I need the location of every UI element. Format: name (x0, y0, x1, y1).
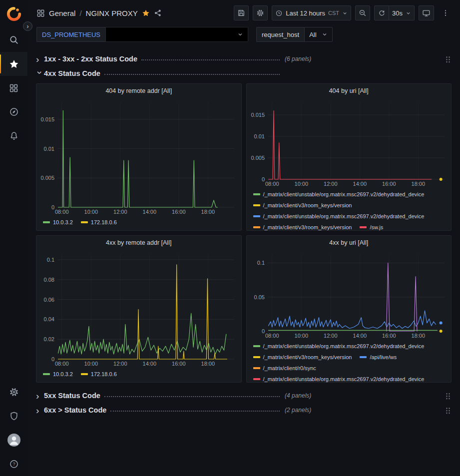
svg-text:14:00: 14:00 (143, 209, 157, 215)
legend-item[interactable]: /sw.js (360, 222, 383, 230)
sidebar-expand-button[interactable]: › (23, 21, 32, 31)
panel-title[interactable]: 404 by uri [All] (247, 84, 452, 98)
dashboard-settings-button[interactable] (253, 5, 268, 20)
chart-404-by-remote-addr[interactable]: 08:0010:0012:0014:0016:0018:0000.0050.01… (36, 98, 241, 216)
chevron-down-icon (237, 31, 243, 37)
legend-swatch (81, 373, 88, 375)
sidebar-item-explore[interactable] (0, 100, 27, 124)
legend-item[interactable]: /_matrix/client/unstable/org.matrix.msc2… (253, 189, 425, 199)
svg-text:08:00: 08:00 (55, 361, 69, 367)
legend-swatch (360, 226, 367, 228)
variable-request-host: request_host All (256, 27, 333, 42)
dashboard-row-1xx-3xx-2xx[interactable]: › 1xx - 3xx - 2xx Status Code (6 panels) (36, 52, 452, 65)
chart-404-by-uri[interactable]: 08:0010:0012:0014:0016:0018:0000.0050.01… (247, 98, 452, 188)
legend-swatch (253, 345, 260, 347)
svg-text:0.04: 0.04 (44, 316, 54, 322)
dashboard-scroll-area: › 1xx - 3xx - 2xx Status Code (6 panels)… (27, 47, 460, 476)
row-drag-handle[interactable] (446, 407, 451, 414)
panel-4xx-by-remote-addr: 4xx by remote addr [All] 08:0010:0012:00… (36, 235, 242, 383)
sidebar-item-help[interactable]: ? (0, 452, 27, 476)
sidebar-item-profile[interactable] (0, 428, 27, 452)
dotted-leader (141, 59, 280, 60)
zoom-out-button[interactable] (355, 5, 370, 20)
svg-text:14:00: 14:00 (143, 361, 157, 367)
variable-ds-prometheus: DS_PROMETHEUS (36, 27, 248, 42)
chart-4xx-by-remote-addr[interactable]: 08:0010:0012:0014:0016:0018:0000.020.040… (36, 250, 241, 368)
refresh-button[interactable] (374, 5, 389, 20)
chevron-right-icon: › (36, 391, 44, 401)
legend-swatch (253, 356, 260, 358)
legend-label: /_matrix/client/unstable/org.matrix.msc2… (263, 341, 425, 351)
svg-text:10:00: 10:00 (294, 181, 308, 187)
dashboard-row-5xx[interactable]: › 5xx Status Code (4 panels) (36, 389, 452, 402)
legend-item[interactable]: 172.18.0.6 (81, 369, 117, 379)
legend-item[interactable]: 172.18.0.6 (81, 217, 117, 227)
svg-text:0.1: 0.1 (47, 257, 54, 263)
legend-item[interactable]: 10.0.3.2 (43, 369, 73, 379)
main-area: General / NGINX PROXY (27, 0, 460, 476)
gear-icon (9, 387, 19, 397)
panel-title[interactable]: 404 by remote addr [All] (36, 84, 241, 98)
legend-label: 172.18.0.6 (91, 369, 117, 379)
panel-title[interactable]: 4xx by uri [All] (247, 236, 452, 250)
legend-swatch (253, 367, 260, 369)
dashboard-row-6xx[interactable]: › 6xx > Status Code (2 panels) (36, 404, 452, 417)
svg-text:10:00: 10:00 (84, 209, 98, 215)
sidebar-item-starred[interactable] (0, 52, 27, 76)
chevron-down-icon: › (35, 71, 45, 79)
dotted-leader (104, 396, 280, 397)
legend-label: /_matrix/client/v3/room_keys/version (263, 200, 352, 210)
sidebar-item-search[interactable] (0, 28, 27, 52)
legend-item[interactable]: 10.0.3.2 (43, 217, 73, 227)
legend-label: /_matrix/client/v3/room_keys/version (263, 222, 352, 230)
legend-item[interactable]: /api/live/ws (360, 352, 397, 362)
variable-value-ds-prometheus[interactable] (105, 27, 248, 42)
legend-item[interactable]: /_matrix/client/v3/room_keys/version (253, 352, 352, 362)
time-range-picker[interactable]: Last 12 hours CST (272, 5, 351, 20)
legend: 10.0.3.2 172.18.0.6 (36, 368, 241, 382)
panel-4xx-by-uri: 4xx by uri [All] 08:0010:0012:0014:0016:… (246, 235, 452, 383)
chart-4xx-by-uri[interactable]: 08:0010:0012:0014:0016:0018:0000.050.1 (247, 250, 452, 340)
breadcrumb-dashboard-title[interactable]: NGINX PROXY (86, 9, 138, 17)
row-drag-handle[interactable] (446, 392, 451, 400)
legend-item[interactable]: /_matrix/client/unstable/org.matrix.msc2… (253, 211, 425, 221)
dotted-leader (110, 411, 280, 412)
variable-value-request-host[interactable]: All (304, 27, 332, 42)
breadcrumb-folder[interactable]: General (49, 9, 75, 17)
legend-item[interactable]: /_matrix/client/v3/room_keys/version (253, 200, 352, 210)
panel-title[interactable]: 4xx by remote addr [All] (36, 236, 241, 250)
legend: 10.0.3.2 172.18.0.6 (36, 216, 241, 230)
more-options-button[interactable] (438, 5, 453, 20)
sidebar-item-alerting[interactable] (0, 124, 27, 148)
svg-text:0.005: 0.005 (251, 155, 265, 161)
sidebar-item-server-admin[interactable] (0, 404, 27, 428)
svg-text:0.02: 0.02 (44, 336, 54, 342)
compass-icon (9, 107, 19, 117)
sidebar-item-configuration[interactable] (0, 380, 27, 404)
chevron-right-icon: › (36, 54, 44, 64)
legend-item[interactable]: /_matrix/client/unstable/org.matrix.msc2… (253, 374, 425, 382)
breadcrumb-separator: / (79, 9, 81, 17)
row-panel-count: (2 panels) (285, 407, 311, 414)
dashboard-row-4xx[interactable]: › 4xx Status Code (36, 67, 452, 80)
refresh-interval-label: 30s (392, 9, 403, 17)
time-range-label: Last 12 hours (286, 9, 325, 17)
svg-text:14:00: 14:00 (353, 181, 367, 187)
avatar (7, 434, 20, 447)
share-icon[interactable] (154, 9, 162, 17)
tv-mode-button[interactable] (419, 5, 434, 20)
legend-item[interactable]: /_matrix/client/unstable/org.matrix.msc2… (253, 341, 425, 351)
svg-text:0: 0 (51, 356, 54, 362)
row-title: 6xx > Status Code (44, 406, 106, 414)
row-drag-handle[interactable] (446, 55, 451, 63)
legend-swatch (81, 221, 88, 223)
favorite-star-icon[interactable] (142, 9, 150, 17)
legend-item[interactable]: /_matrix/client/r0/sync (253, 363, 316, 373)
sidebar-item-dashboards[interactable] (0, 76, 27, 100)
refresh-group: 30s (374, 5, 415, 20)
save-dashboard-button[interactable] (234, 5, 249, 20)
legend-item[interactable]: /_matrix/client/v3/room_keys/version (253, 222, 352, 230)
legend-swatch (253, 204, 260, 206)
refresh-interval-dropdown[interactable]: 30s (389, 5, 415, 20)
row-panel-count: (6 panels) (285, 55, 311, 62)
